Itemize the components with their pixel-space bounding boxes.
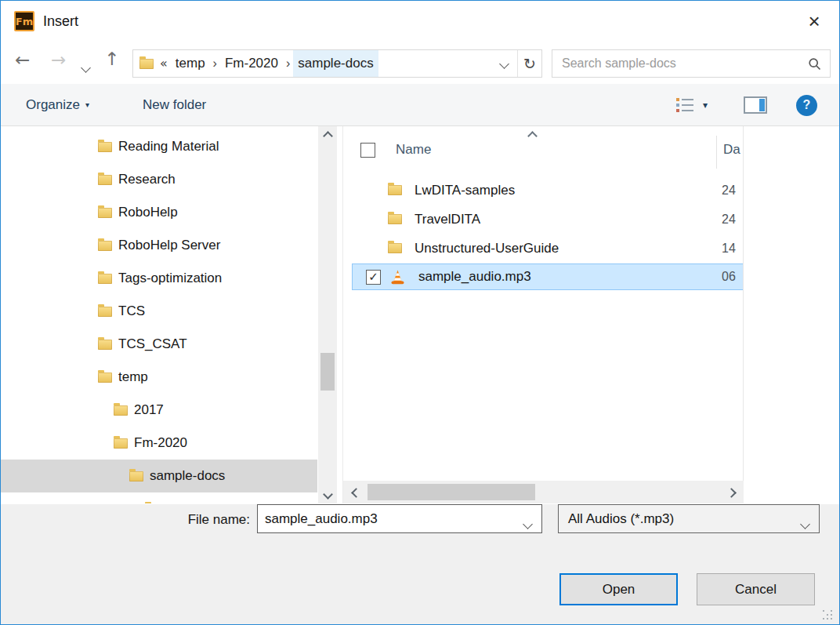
chevron-down-icon [800, 519, 810, 529]
tree-item-tcs[interactable]: TCS [1, 295, 317, 328]
file-row-unstructured-userguide[interactable]: Unstructured-UserGuide 14 [343, 234, 744, 263]
refresh-icon[interactable]: ↻ [517, 50, 541, 77]
cancel-button[interactable]: Cancel [697, 573, 815, 605]
tree-item-lwdita-samples[interactable]: LwDITA-samples [1, 492, 317, 503]
folder-icon [98, 372, 112, 383]
tree-item-label: TCS [118, 303, 145, 319]
list-header: Name Da [343, 136, 743, 164]
tree-item-2017[interactable]: 2017 [1, 394, 317, 427]
back-icon[interactable]: ← [15, 51, 30, 69]
checkmark-icon: ✓ [368, 271, 378, 283]
scroll-right-icon[interactable] [722, 483, 740, 502]
folder-icon [98, 208, 112, 218]
scroll-left-icon[interactable] [346, 483, 365, 502]
row-checkbox-checked[interactable]: ✓ [366, 270, 381, 285]
scrollbar-thumb[interactable] [368, 484, 535, 500]
tree-item-label: RoboHelp [118, 205, 178, 220]
open-button[interactable]: Open [559, 573, 678, 605]
file-name: sample_audio.mp3 [418, 269, 531, 285]
chevron-down-icon [323, 489, 333, 500]
folder-icon [129, 471, 143, 481]
date-column-header[interactable]: Da [723, 142, 740, 158]
tree-item-tags-optimization[interactable]: Tags-optimization [1, 262, 317, 295]
framemaker-app-icon: Fm [14, 11, 34, 31]
search-icon[interactable] [808, 57, 822, 74]
search-input[interactable] [552, 50, 830, 77]
scroll-up-icon[interactable] [318, 126, 337, 145]
tree-item-label: Reading Material [118, 139, 219, 154]
file-row-lwdita-samples[interactable]: LwDITA-samples 24 [343, 176, 744, 205]
new-folder-label: New folder [143, 97, 206, 113]
breadcrumb-segment-temp[interactable]: temp [171, 50, 210, 77]
scrollbar-thumb[interactable] [320, 353, 335, 391]
new-folder-button[interactable]: New folder [143, 84, 206, 126]
organize-button[interactable]: Organize ▾ [26, 84, 89, 126]
list-horizontal-scrollbar[interactable] [343, 481, 744, 503]
chevron-down-icon: ▾ [85, 101, 89, 109]
folder-icon [98, 274, 112, 284]
tree-item-label: Fm-2020 [134, 435, 187, 451]
tree-item-temp[interactable]: temp [1, 361, 317, 394]
folder-icon [388, 214, 402, 224]
breadcrumb-overflow-icon[interactable]: « [157, 57, 171, 70]
forward-icon[interactable]: → [51, 51, 66, 69]
file-row-sample-audio[interactable]: ✓ sample_audio.mp3 06 [352, 263, 744, 290]
tree-item-tcs-csat[interactable]: TCS_CSAT [1, 328, 317, 361]
close-icon[interactable]: × [797, 5, 831, 37]
details-view-icon [676, 97, 695, 113]
tree-item-sample-docs[interactable]: sample-docs [1, 460, 317, 492]
chevron-down-icon[interactable] [524, 517, 531, 531]
folder-icon [98, 307, 112, 317]
file-name: Unstructured-UserGuide [415, 241, 559, 256]
file-name-label: File name: [126, 512, 250, 528]
tree-item-research[interactable]: Research [1, 163, 317, 196]
scroll-down-icon[interactable] [318, 485, 337, 503]
address-bar[interactable]: « temp › Fm-2020 › sample-docs ↻ [132, 49, 542, 78]
file-name-combobox[interactable] [257, 504, 542, 533]
tree-vertical-scrollbar[interactable] [318, 126, 337, 503]
search-box[interactable] [552, 49, 831, 78]
breadcrumb-folder-icon [139, 59, 154, 69]
tree-item-label: 2017 [134, 402, 164, 418]
organize-label: Organize [26, 97, 80, 113]
tree-item-robohelp-server[interactable]: RoboHelp Server [1, 229, 317, 262]
tree-item-fm-2020[interactable]: Fm-2020 [1, 427, 317, 460]
tree-item-label: sample-docs [150, 468, 225, 484]
tree-item-robohelp[interactable]: RoboHelp [1, 196, 317, 229]
tree-item-label: temp [118, 369, 148, 385]
main-content: Reading Material Research RoboHelp RoboH… [1, 126, 839, 504]
breadcrumb-segment-sample-docs[interactable]: sample-docs [293, 50, 378, 77]
dialog-title: Insert [43, 13, 78, 30]
resize-grip[interactable] [823, 610, 834, 621]
file-row-traveldita[interactable]: TravelDITA 24 [343, 205, 744, 234]
tree-item-reading-material[interactable]: Reading Material [1, 130, 317, 163]
preview-pane-button[interactable] [744, 84, 767, 126]
breadcrumb-segment-fm-2020[interactable]: Fm-2020 [220, 50, 283, 77]
tree-item-label: RoboHelp Server [118, 238, 220, 253]
help-icon: ? [796, 95, 817, 116]
file-type-select[interactable]: All Audios (*.mp3) [558, 504, 820, 533]
tree-item-label: Tags-optimization [118, 271, 222, 286]
folder-tree-pane: Reading Material Research RoboHelp RoboH… [1, 126, 317, 503]
chevron-up-icon [323, 131, 333, 141]
up-directory-icon[interactable]: ↑ [104, 50, 119, 68]
tree-item-label: LwDITA-samples [165, 501, 266, 503]
file-name: LwDITA-samples [415, 183, 515, 198]
help-button[interactable]: ? [796, 84, 817, 126]
column-divider[interactable] [716, 136, 717, 169]
select-all-checkbox[interactable] [360, 143, 375, 158]
tree-item-label: Research [118, 172, 176, 187]
recent-locations-chevron-icon[interactable] [82, 60, 89, 74]
file-date: 24 [722, 213, 736, 227]
change-view-button[interactable]: ▾ [676, 84, 708, 126]
folder-icon [98, 142, 112, 152]
file-type-value: All Audios (*.mp3) [559, 511, 674, 527]
address-dropdown-icon[interactable] [491, 50, 517, 77]
file-list-pane: Name Da LwDITA-samples 24 TravelDITA 24 … [343, 126, 744, 503]
name-column-header[interactable]: Name [396, 142, 431, 158]
chevron-right-icon [726, 488, 737, 498]
insert-dialog: Fm Insert × ← → ↑ « temp › Fm-2020 › sam… [0, 0, 840, 625]
preview-pane-icon [744, 96, 767, 114]
chevron-down-icon[interactable] [802, 517, 809, 531]
file-name-input[interactable] [258, 511, 516, 527]
